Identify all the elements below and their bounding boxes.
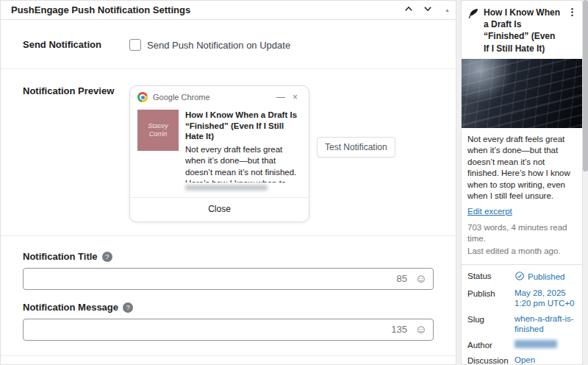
send-notification-row: Send Notification Send Push Notification… <box>1 20 456 69</box>
meta-row-discussion: Discussion Open <box>467 355 576 365</box>
notification-title-label-row: Notification Title ? <box>23 251 434 262</box>
quill-icon <box>467 7 479 22</box>
notification-title-block: Notification Title ? 85 ☺ <box>1 236 456 290</box>
notification-message-input[interactable] <box>23 319 434 341</box>
publish-label: Publish <box>467 288 514 309</box>
title-char-counter: 85 <box>397 273 407 284</box>
check-circle-icon <box>514 271 525 284</box>
post-meta-table: Status Published Publish May 28, 2025 1:… <box>462 265 582 365</box>
emoji-picker-icon[interactable]: ☺ <box>415 322 427 338</box>
meta-row-status: Status Published <box>467 271 576 284</box>
meta-row-slug: Slug when-a-draft-is-finished <box>467 314 576 335</box>
notification-message-block: Notification Message ? 135 ☺ <box>1 290 456 356</box>
status-value[interactable]: Published <box>514 271 576 284</box>
browser-name: Google Chrome <box>153 93 273 102</box>
redacted-site-url <box>185 185 268 191</box>
publish-value[interactable]: May 28, 2025 1:20 pm UTC+0 <box>514 288 576 309</box>
send-notification-label: Send Notification <box>23 39 129 50</box>
notification-message-label-row: Notification Message ? <box>23 302 434 313</box>
avatar-text-line2: Corrin <box>149 130 168 138</box>
notification-title-input[interactable] <box>23 268 434 290</box>
emoji-picker-icon[interactable]: ☺ <box>415 271 427 287</box>
featured-image[interactable] <box>462 59 582 128</box>
page-scrollbar[interactable] <box>583 0 588 365</box>
last-edited: Last edited a month ago. <box>467 246 576 257</box>
large-image-row: Large Image <box>1 356 456 364</box>
panel-body: Send Notification Send Push Notification… <box>1 20 456 364</box>
move-up-button[interactable] <box>399 2 418 18</box>
slug-label: Slug <box>467 314 514 335</box>
send-notification-checkbox-group: Send Push Notification on Update <box>129 39 290 51</box>
preview-card-header: Google Chrome — × <box>130 86 309 107</box>
notification-preview-row: Notification Preview Google Chrome — × S… <box>1 69 456 236</box>
scrollbar-up-arrow-icon[interactable]: ▲ <box>445 7 450 13</box>
discussion-value[interactable]: Open <box>514 355 576 365</box>
edit-excerpt-link[interactable]: Edit excerpt <box>467 207 512 216</box>
meta-row-publish: Publish May 28, 2025 1:20 pm UTC+0 <box>467 288 576 309</box>
help-icon[interactable]: ? <box>123 302 133 313</box>
send-push-checkbox[interactable] <box>129 39 141 51</box>
kebab-menu-icon[interactable] <box>565 7 579 20</box>
test-notification-button[interactable]: Test Notification <box>317 137 395 157</box>
message-char-counter: 135 <box>391 324 407 335</box>
notification-preview-body: Not every draft feels great when it’s do… <box>185 144 301 182</box>
minimize-icon[interactable]: — <box>273 92 289 102</box>
notification-message-input-wrap: 135 ☺ <box>23 319 434 341</box>
post-meta-summary: 703 words, 4 minutes read time. Last edi… <box>462 217 582 265</box>
close-icon[interactable]: × <box>289 92 301 102</box>
post-excerpt: Not every draft feels great when it’s do… <box>462 128 582 202</box>
notification-avatar: Stacey Corrin <box>137 110 179 151</box>
notification-title-input-wrap: 85 ☺ <box>23 268 434 290</box>
notification-message-label: Notification Message <box>23 302 118 313</box>
post-title: How I Know When a Draft Is “Finished” (E… <box>484 7 561 54</box>
status-text: Published <box>528 272 565 283</box>
meta-row-author: Author <box>467 340 576 351</box>
discussion-label: Discussion <box>467 355 514 365</box>
avatar-text-line1: Stacey <box>148 122 168 130</box>
chevron-down-icon <box>421 2 434 18</box>
panel-header: PushEngage Push Notification Settings ▲ <box>1 1 456 20</box>
slug-value[interactable]: when-a-draft-is-finished <box>514 314 576 335</box>
panel-title: PushEngage Push Notification Settings <box>11 4 399 15</box>
scrollbar-thumb[interactable] <box>583 0 588 171</box>
move-down-button[interactable] <box>418 2 437 18</box>
chevron-up-icon <box>402 2 415 18</box>
redacted-author-name <box>514 340 557 348</box>
notification-preview-title: How I Know When a Draft Is “Finished” (E… <box>185 110 301 142</box>
notification-preview-card: Google Chrome — × Stacey Corrin How I Kn… <box>129 85 309 222</box>
preview-close-button[interactable]: Close <box>130 197 309 222</box>
preview-card-body: Stacey Corrin How I Know When a Draft Is… <box>130 107 309 197</box>
notification-text-column: How I Know When a Draft Is “Finished” (E… <box>185 110 301 194</box>
author-label: Author <box>467 340 514 351</box>
status-label: Status <box>467 271 514 284</box>
author-value[interactable] <box>514 340 576 351</box>
chrome-browser-icon <box>137 92 148 102</box>
sidebar-header: How I Know When a Draft Is “Finished” (E… <box>462 1 582 59</box>
word-count: 703 words, 4 minutes read time. <box>467 222 576 244</box>
help-icon[interactable]: ? <box>102 252 112 262</box>
pushengage-settings-panel: PushEngage Push Notification Settings ▲ … <box>0 0 456 365</box>
notification-preview-label: Notification Preview <box>23 85 129 96</box>
post-sidebar: How I Know When a Draft Is “Finished” (E… <box>461 0 583 365</box>
notification-title-label: Notification Title <box>23 251 98 262</box>
send-push-checkbox-label: Send Push Notification on Update <box>147 40 290 51</box>
